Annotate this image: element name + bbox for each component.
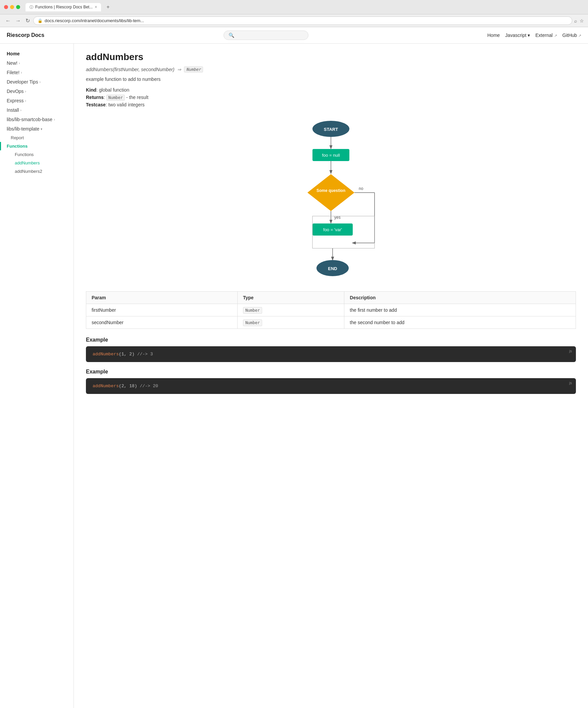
flowchart-start-label: START: [324, 127, 338, 132]
back-button[interactable]: ←: [4, 17, 12, 25]
lang-label-2: js: [569, 381, 572, 385]
browser-chrome: ⓘ Functions | Riescorp Docs Bet... × + ←…: [0, 0, 588, 27]
sidebar-item-libs-smartcob[interactable]: libs/lib-smartcob-base ›: [0, 115, 74, 124]
kind-label: Kind: [86, 87, 96, 93]
nav-home-link[interactable]: Home: [487, 33, 500, 38]
testcase-info: Testcase: two valid integers: [86, 102, 576, 107]
kind-info: Kind: global function: [86, 87, 576, 93]
sidebar-item-devops[interactable]: DevOps ›: [0, 87, 74, 96]
example-1-heading: Example: [86, 337, 576, 343]
sidebar-item-developer-tips[interactable]: Developer Tips ›: [0, 77, 74, 87]
sidebar-item-functions-sub[interactable]: Functions: [0, 150, 74, 159]
new-tab-button[interactable]: +: [104, 3, 112, 11]
tab-title: Functions | Riescorp Docs Bet...: [35, 5, 93, 9]
sidebar-item-label: Filete!: [7, 70, 20, 75]
sidebar-item-label: Install: [7, 107, 19, 113]
sidebar-item-label: Home: [7, 51, 20, 56]
flowchart-node2-label: foo = 'var': [323, 227, 342, 232]
reload-button[interactable]: ↻: [24, 17, 31, 25]
sidebar-item-express[interactable]: Express ›: [0, 96, 74, 106]
external-icon: ↗: [554, 34, 557, 37]
code-comment-1: //-> 3: [137, 352, 153, 357]
signature-arrow: ⇒: [177, 67, 181, 72]
sidebar-item-addnumbers[interactable]: addNumbers: [0, 159, 74, 167]
nav-external-link[interactable]: External ↗: [535, 33, 557, 38]
function-signature: addNumbers(firstNumber, secondNumber) ⇒ …: [86, 66, 576, 72]
code-block-2: js addNumbers(2, 18) //-> 20: [86, 378, 576, 394]
chevron-right-icon: ›: [54, 118, 55, 121]
nav-icons: ⌕ ☆: [574, 18, 584, 24]
kind-value: global function: [99, 87, 129, 93]
app-header: Riescorp Docs 🔍 Home Javascript ▾ Extern…: [0, 27, 588, 43]
nav-github-link[interactable]: GitHub ↗: [562, 33, 581, 38]
header-nav: Home Javascript ▾ External ↗ GitHub ↗: [487, 33, 581, 38]
code-fn-1: addNumbers: [93, 352, 119, 357]
param-type-cell: Number: [237, 317, 344, 329]
flowchart-node1-label: foo = null: [322, 153, 340, 158]
returns-desc: - the result: [126, 95, 148, 100]
type-col-header: Type: [237, 292, 344, 304]
table-row: secondNumber Number the second number to…: [86, 317, 576, 329]
lang-label-1: js: [569, 349, 572, 353]
traffic-lights: [4, 5, 20, 9]
flowchart-no-label: no: [359, 186, 363, 191]
param-name-cell: firstNumber: [86, 304, 238, 317]
github-external-icon: ↗: [578, 34, 581, 37]
flowchart: START foo = null Some question no: [86, 115, 576, 283]
param-col-header: Param: [86, 292, 238, 304]
function-description: example function to add to numbers: [86, 77, 576, 82]
chevron-right-icon: ›: [21, 71, 22, 75]
tab-close-button[interactable]: ×: [95, 5, 97, 9]
flowchart-yes-label: yes: [334, 215, 341, 220]
traffic-light-green[interactable]: [16, 5, 20, 9]
code-block-1: js addNumbers(1, 2) //-> 3: [86, 346, 576, 362]
flowchart-end-label: END: [328, 266, 337, 271]
chevron-right-icon: ›: [39, 80, 40, 84]
main-layout: Home New! › Filete! › Developer Tips › D…: [0, 43, 588, 708]
traffic-light-yellow[interactable]: [10, 5, 14, 9]
testcase-value: two valid integers: [109, 102, 145, 107]
chevron-right-icon: ›: [21, 108, 22, 112]
sidebar-item-label: Functions: [7, 144, 28, 149]
sidebar-item-new[interactable]: New! ›: [0, 58, 74, 68]
nav-search-icon[interactable]: ⌕: [574, 18, 577, 24]
flowchart-diamond-label: Some question: [317, 188, 345, 193]
sidebar-item-libs-template[interactable]: libs/lib-template ▾: [0, 124, 74, 134]
code-comment-2: //-> 20: [140, 384, 158, 389]
main-content: addNumbers addNumbers(firstNumber, secon…: [74, 43, 588, 708]
description-col-header: Description: [344, 292, 576, 304]
chevron-down-icon: ▾: [40, 127, 42, 131]
sidebar-item-report[interactable]: Report: [0, 134, 74, 142]
app-logo: Riescorp Docs: [7, 32, 44, 38]
sidebar-item-filete[interactable]: Filete! ›: [0, 68, 74, 77]
tab-favicon: ⓘ: [30, 5, 33, 10]
sidebar-item-label: New!: [7, 60, 18, 66]
header-search[interactable]: 🔍: [224, 31, 308, 40]
forward-button[interactable]: →: [14, 17, 22, 25]
bookmark-icon[interactable]: ☆: [580, 18, 584, 24]
nav-javascript-link[interactable]: Javascript ▾: [505, 33, 530, 38]
sidebar-item-label: DevOps: [7, 89, 24, 94]
returns-type: Number: [107, 95, 125, 101]
chevron-right-icon: ›: [25, 99, 26, 103]
chevron-right-icon: ›: [19, 61, 20, 65]
sidebar-item-install[interactable]: Install ›: [0, 106, 74, 115]
sidebar-item-label: Express: [7, 98, 24, 104]
browser-tab[interactable]: ⓘ Functions | Riescorp Docs Bet... ×: [26, 3, 101, 11]
code-pre-1: addNumbers(1, 2) //-> 3: [93, 352, 569, 357]
sidebar-item-functions-active[interactable]: Functions: [0, 142, 74, 150]
type-badge: Number: [243, 307, 262, 314]
sidebar-item-addnumbers2[interactable]: addNumbers2: [0, 167, 74, 176]
search-icon: 🔍: [229, 33, 234, 38]
address-bar[interactable]: 🔒 docs.riescorp.com/intranet/documents/l…: [33, 17, 572, 25]
search-input[interactable]: [236, 33, 303, 38]
page-title: addNumbers: [86, 52, 576, 62]
param-type-cell: Number: [237, 304, 344, 317]
table-row: firstNumber Number the first number to a…: [86, 304, 576, 317]
param-desc-cell: the first number to add: [344, 304, 576, 317]
returns-label: Returns: [86, 95, 104, 100]
browser-titlebar: ⓘ Functions | Riescorp Docs Bet... × +: [0, 0, 588, 14]
returns-info: Returns: Number - the result: [86, 95, 576, 100]
sidebar-item-home[interactable]: Home: [0, 49, 74, 58]
traffic-light-red[interactable]: [4, 5, 8, 9]
